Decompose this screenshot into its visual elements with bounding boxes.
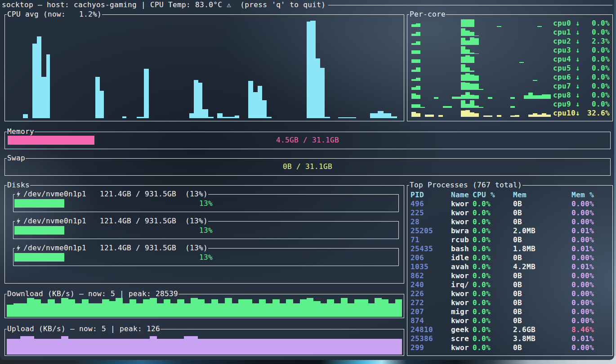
upload-bar — [205, 339, 212, 355]
process-row: 874kwor0.0%0B0.00% — [407, 316, 612, 325]
cpu-history-bar — [100, 91, 104, 118]
core-spark-bar — [497, 26, 501, 27]
core-spark-bar — [474, 113, 479, 117]
core-spark-bar — [416, 67, 420, 72]
process-cell-pct: 0.00% — [571, 209, 594, 218]
core-sparkline — [411, 19, 552, 27]
upload-bar — [82, 339, 89, 355]
swap-panel: Swap 0B / 31.1GB — [4, 158, 611, 176]
download-bar — [313, 301, 321, 317]
cpu-history-bar — [217, 113, 223, 118]
process-cell-name: kwor — [451, 218, 469, 226]
process-cell-name: kwor — [451, 316, 469, 325]
download-bar — [75, 303, 82, 317]
process-cell-pct: 0.00% — [571, 289, 594, 298]
disk-usage-label: 13% — [14, 199, 397, 208]
core-spark-bar — [461, 28, 465, 36]
download-bar — [13, 303, 21, 317]
upload-bar — [61, 336, 68, 355]
disk-usage-label: 13% — [14, 226, 397, 235]
download-bar — [177, 299, 184, 317]
upload-bar — [348, 339, 355, 355]
download-bar — [300, 299, 307, 317]
download-bar — [375, 298, 382, 317]
core-spark-bar — [488, 115, 492, 117]
upload-bar — [388, 339, 396, 355]
upload-bar — [109, 339, 116, 355]
process-cell-pid: 24810 — [411, 325, 433, 334]
cpu-history-bar — [41, 77, 46, 118]
core-spark-bar — [510, 97, 515, 99]
download-bar — [361, 299, 368, 317]
core-spark-bar — [465, 104, 470, 108]
process-cell-mem: 2.0MB — [513, 226, 536, 235]
socktop-terminal-window[interactable]: socktop — host: cachyos-gaming | CPU Tem… — [0, 0, 614, 360]
process-cell-cpu: 0.0% — [473, 226, 491, 235]
process-cell-pid: 225 — [411, 209, 424, 218]
process-cell-pct: 0.00% — [571, 271, 594, 280]
process-cell-name: kwor — [451, 209, 469, 218]
core-spark-bar — [474, 95, 479, 99]
cpu-history-bar — [144, 69, 149, 118]
core-label: cpu8 ↓0.0% — [553, 91, 610, 100]
process-cell-pid: 299 — [411, 343, 424, 352]
process-cell-pct: 0.01% — [571, 262, 594, 271]
process-cell-pid: 862 — [411, 271, 424, 280]
trend-down-icon: ↓ — [576, 37, 580, 46]
upload-bar — [218, 339, 225, 355]
process-cell-cpu: 0.0% — [473, 316, 491, 325]
process-cell-pct: 0.00% — [571, 298, 594, 307]
upload-bar — [20, 336, 27, 355]
process-table-header: PID Name CPU % Mem Mem % — [407, 191, 612, 200]
cpu-history-bar — [384, 113, 391, 118]
upload-bar — [68, 339, 75, 355]
core-spark-bar — [465, 73, 470, 81]
cpu-history-bar — [194, 80, 198, 119]
core-spark-bar — [533, 95, 537, 99]
core-spark-bar — [470, 37, 474, 45]
core-usage-value: 0.0% — [580, 100, 610, 109]
core-spark-bar — [429, 115, 434, 117]
core-usage-value: 0.0% — [580, 46, 610, 55]
process-cell-mem: 4.2MB — [513, 262, 536, 271]
core-spark-bar — [411, 50, 416, 54]
cpu-history-bar — [338, 117, 356, 118]
process-cell-name: scre — [451, 334, 469, 343]
process-cell-name: migr — [451, 307, 469, 316]
per-core-panel: Per-core cpu0 ↓0.0%cpu1 ↓0.0%cpu2 ↓2.3%c… — [407, 14, 613, 121]
memory-gauge-label: 4.5GB / 31.1GB — [8, 136, 607, 145]
upload-bar — [279, 339, 286, 355]
core-spark-bar — [533, 80, 537, 81]
core-usage-value: 0.0% — [580, 64, 610, 73]
download-bar — [354, 299, 362, 317]
download-bar — [95, 303, 103, 317]
cpu-history-bar — [208, 117, 214, 118]
process-cell-name: kwor — [451, 200, 469, 209]
trend-down-icon: ↓ — [576, 46, 580, 55]
disk-usage-gauge: 13% — [14, 199, 397, 208]
download-bar — [54, 303, 62, 317]
process-cell-mem: 0B — [513, 289, 522, 298]
process-cell-pid: 25205 — [411, 226, 433, 235]
process-row: 225kwor0.0%0B0.00% — [407, 209, 612, 218]
core-spark-bar — [470, 112, 474, 117]
core-spark-bar — [416, 95, 420, 99]
download-bar — [143, 299, 150, 317]
column-header-mem-pct: Mem % — [571, 191, 594, 200]
upload-bar — [307, 339, 314, 355]
process-cell-pct: 0.00% — [571, 235, 594, 244]
download-bar — [34, 299, 41, 317]
upload-bar — [136, 339, 143, 355]
core-label: cpu7 ↓0.0% — [553, 82, 610, 91]
core-spark-bar — [411, 87, 416, 90]
cpu-history-bar — [202, 109, 208, 118]
disk-title: /dev/nvme0n1p1 121.4GB / 931.5GB (13%) — [23, 190, 208, 199]
download-bar — [89, 303, 96, 317]
download-bar — [61, 298, 68, 317]
core-label: cpu10↓32.6% — [553, 109, 610, 118]
download-bar — [7, 305, 14, 317]
process-cell-pid: 71 — [411, 235, 420, 244]
core-label: cpu1 ↓0.0% — [553, 28, 610, 37]
process-cell-mem: 0B — [513, 298, 522, 307]
title-rule — [328, 5, 612, 5]
